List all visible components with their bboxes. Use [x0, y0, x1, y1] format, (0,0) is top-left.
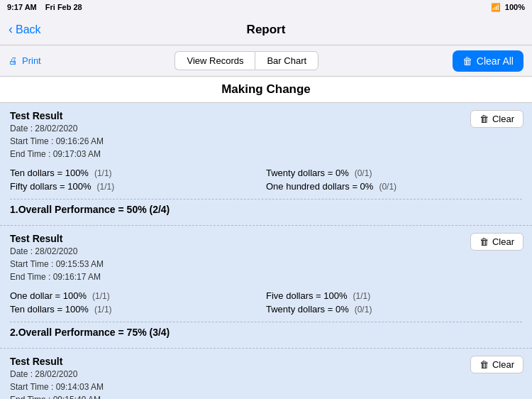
back-label: Back [16, 23, 41, 36]
status-date: Fri Feb 28 [45, 3, 82, 11]
result-right-0-1: One hundred dollars = 0%(0/1) [266, 180, 522, 193]
result-right-0-0: Twenty dollars = 0%(0/1) [266, 166, 522, 180]
clear-label: Clear [492, 236, 514, 247]
results-grid-2: One dollar = 100%(1/1)Five dollars = 100… [10, 289, 522, 316]
print-label: Print [22, 55, 41, 66]
card-label-2: Test Result [10, 233, 522, 244]
section-title: Making Change [221, 82, 311, 96]
clear-button-1[interactable]: 🗑Clear [470, 110, 523, 128]
status-bar: 9:17 AM Fri Feb 28 📶 100% [0, 0, 532, 14]
card-meta-2: Date : 28/02/2020Start Time : 09:15:53 A… [10, 245, 522, 283]
clear-all-button[interactable]: 🗑 Clear All [453, 50, 523, 72]
clear-label: Clear [492, 359, 514, 370]
result-right-1-0: Five dollars = 100%(1/1) [266, 289, 522, 302]
card-meta-3: Date : 28/02/2020Start Time : 09:14:03 A… [10, 368, 522, 399]
results-scroll-area[interactable]: 🗑Clear Test Result Date : 28/02/2020Star… [0, 103, 532, 399]
clear-all-label: Clear All [477, 55, 514, 67]
print-icon: 🖨 [9, 55, 18, 66]
battery-level: 100% [505, 3, 525, 11]
result-card-2: 🗑Clear Test Result Date : 28/02/2020Star… [0, 226, 532, 349]
wifi-icon: 📶 [491, 3, 501, 12]
trash-icon: 🗑 [462, 55, 472, 67]
trash-icon: 🗑 [480, 359, 489, 370]
trash-icon: 🗑 [480, 114, 489, 124]
section-header: Making Change [0, 77, 532, 103]
trash-icon: 🗑 [480, 236, 489, 247]
toolbar: 🖨 Print View Records Bar Chart 🗑 Clear A… [0, 45, 532, 77]
back-chevron-icon: ‹ [9, 22, 13, 37]
result-left-1-0: One dollar = 100%(1/1) [10, 289, 266, 302]
nav-bar: ‹ Back Report [0, 14, 532, 45]
clear-label: Clear [492, 114, 514, 124]
page-title: Report [247, 23, 286, 37]
status-time: 9:17 AM [7, 3, 37, 11]
overall-performance-1: 1.Overall Performance = 50% (2/4) [10, 199, 522, 218]
card-label-3: Test Result [10, 356, 522, 367]
segment-control: View Records Bar Chart [174, 51, 318, 70]
result-card-3: 🗑Clear Test Result Date : 28/02/2020Star… [0, 349, 532, 399]
result-left-0-0: Ten dollars = 100%(1/1) [10, 166, 266, 180]
result-left-0-1: Fifty dollars = 100%(1/1) [10, 180, 266, 193]
overall-performance-2: 2.Overall Performance = 75% (3/4) [10, 322, 522, 341]
back-button[interactable]: ‹ Back [9, 22, 41, 37]
results-grid-1: Ten dollars = 100%(1/1)Twenty dollars = … [10, 166, 522, 193]
view-records-button[interactable]: View Records [174, 51, 255, 70]
result-card-1: 🗑Clear Test Result Date : 28/02/2020Star… [0, 103, 532, 226]
clear-button-2[interactable]: 🗑Clear [470, 233, 523, 251]
result-left-1-1: Ten dollars = 100%(1/1) [10, 302, 266, 316]
card-label-1: Test Result [10, 110, 522, 121]
print-button[interactable]: 🖨 Print [9, 55, 41, 66]
bar-chart-button[interactable]: Bar Chart [255, 51, 318, 70]
clear-button-3[interactable]: 🗑Clear [470, 356, 523, 373]
result-right-1-1: Twenty dollars = 0%(0/1) [266, 302, 522, 316]
card-meta-1: Date : 28/02/2020Start Time : 09:16:26 A… [10, 122, 522, 160]
